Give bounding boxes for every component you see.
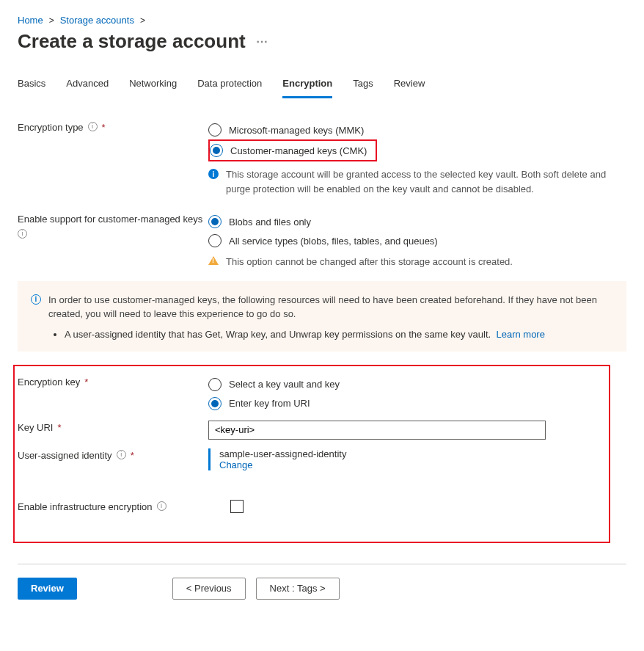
radio-select-key-vault[interactable]: Select a key vault and key [208, 375, 606, 394]
divider [18, 564, 626, 564]
user-assigned-identity-value: sample-user-assigned-identity [219, 448, 606, 459]
required-indicator: * [102, 122, 106, 133]
required-indicator: * [84, 377, 88, 388]
info-icon[interactable]: i [157, 501, 167, 511]
tab-data-protection[interactable]: Data protection [197, 73, 262, 98]
encryption-type-info: This storage account will be granted acc… [226, 167, 626, 196]
radio-icon [208, 397, 222, 410]
radio-enter-key-uri[interactable]: Enter key from URI [208, 394, 606, 413]
breadcrumb: Home > Storage accounts > [18, 15, 626, 26]
cmk-support-label: Enable support for customer-managed keys [18, 214, 202, 225]
radio-icon [208, 378, 222, 391]
tab-networking[interactable]: Networking [129, 73, 177, 98]
tabs: Basics Advanced Networking Data protecti… [18, 73, 626, 98]
more-icon[interactable]: ⋯ [256, 34, 268, 48]
encryption-type-label: Encryption type [18, 122, 84, 133]
chevron-right-icon: > [140, 15, 145, 26]
user-assigned-identity-label: User-assigned identity [18, 450, 112, 461]
radio-icon [208, 215, 222, 228]
next-button[interactable]: Next : Tags > [256, 578, 340, 600]
radio-icon [208, 234, 222, 247]
radio-blobs-files-only[interactable]: Blobs and files only [208, 212, 626, 231]
review-button[interactable]: Review [18, 578, 77, 600]
required-indicator: * [131, 450, 134, 461]
tab-advanced[interactable]: Advanced [66, 73, 109, 98]
page-title: Create a storage account ⋯ [18, 30, 626, 53]
info-icon[interactable]: i [88, 122, 98, 131]
tab-review[interactable]: Review [394, 73, 425, 98]
key-uri-label: Key URI [18, 422, 53, 433]
required-indicator: * [57, 422, 61, 433]
tab-encryption[interactable]: Encryption [282, 73, 332, 98]
cmk-support-warning: This option cannot be changed after this… [226, 255, 513, 269]
breadcrumb-home[interactable]: Home [18, 15, 43, 26]
radio-icon [210, 144, 223, 157]
info-icon: i [208, 169, 219, 179]
radio-mmk[interactable]: Microsoft-managed keys (MMK) [208, 120, 626, 139]
info-icon: i [31, 294, 41, 305]
learn-more-link[interactable]: Learn more [496, 329, 544, 340]
infrastructure-encryption-label: Enable infrastructure encryption [18, 501, 153, 512]
radio-all-service-types[interactable]: All service types (blobs, files, tables,… [208, 231, 626, 250]
previous-button[interactable]: < Previous [172, 578, 246, 600]
info-icon[interactable]: i [117, 450, 126, 459]
encryption-key-section: Encryption key * Select a key vault and … [13, 365, 610, 543]
radio-icon [208, 123, 222, 137]
key-uri-input[interactable] [208, 421, 546, 440]
tab-tags[interactable]: Tags [353, 73, 373, 98]
warning-icon [208, 256, 219, 265]
change-identity-link[interactable]: Change [219, 459, 253, 470]
info-icon[interactable]: i [18, 229, 27, 239]
infrastructure-encryption-checkbox[interactable] [230, 500, 244, 513]
encryption-key-label: Encryption key [18, 377, 80, 388]
breadcrumb-storage-accounts[interactable]: Storage accounts [60, 15, 134, 26]
radio-cmk[interactable]: Customer-managed keys (CMK) [210, 141, 367, 160]
footer-buttons: Review < Previous Next : Tags > [18, 578, 626, 600]
tab-basics[interactable]: Basics [18, 73, 45, 98]
prereq-callout: i In order to use customer-managed keys,… [18, 281, 626, 352]
chevron-right-icon: > [49, 15, 54, 26]
